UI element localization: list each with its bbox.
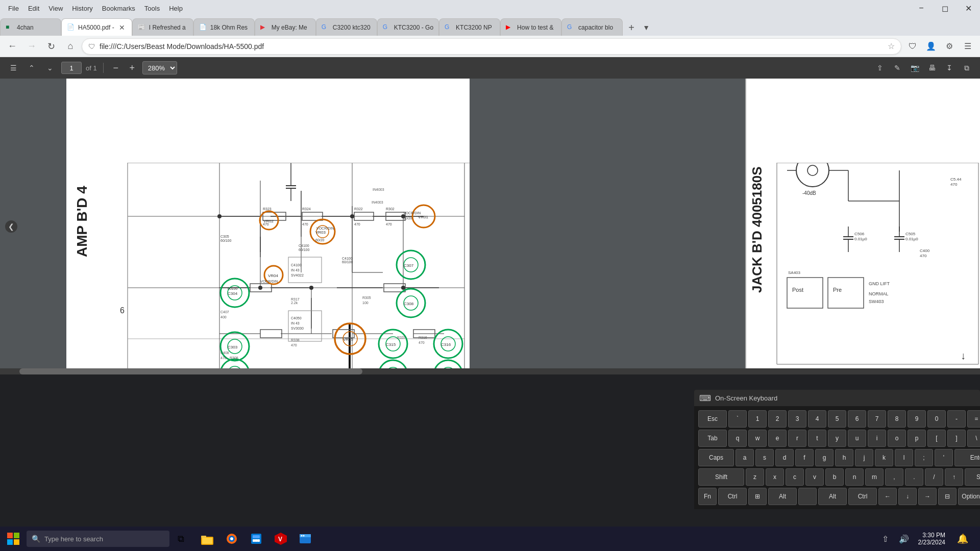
menu-edit[interactable]: Edit <box>24 3 43 14</box>
menu-view[interactable]: View <box>44 3 67 14</box>
key-options[interactable]: Options <box>958 488 980 505</box>
expand-button[interactable]: ⧉ <box>960 61 974 75</box>
zoom-select[interactable]: 280% 100% 150% 200% 280% <box>142 61 177 74</box>
taskbar-file-explorer[interactable] <box>196 528 218 550</box>
key-3[interactable]: 3 <box>788 410 806 428</box>
key-x[interactable]: x <box>766 468 784 486</box>
key-win[interactable]: ⊞ <box>748 488 767 505</box>
left-nav-arrow[interactable]: ❮ <box>5 220 17 233</box>
key-esc[interactable]: Esc <box>698 410 727 428</box>
task-view-button[interactable]: ⧉ <box>169 528 192 550</box>
tab-4chan[interactable]: ■ 4chan <box>0 18 61 36</box>
key-h[interactable]: h <box>835 449 853 466</box>
tab-ha5000-close[interactable]: ✕ <box>117 23 127 32</box>
key-t[interactable]: t <box>808 430 826 447</box>
page-down-button[interactable]: ⌄ <box>43 61 57 75</box>
key-r[interactable]: r <box>788 430 806 447</box>
home-button[interactable]: ⌂ <box>62 38 79 55</box>
print-button[interactable]: 🖶 <box>925 61 939 75</box>
scrollbar-thumb[interactable] <box>19 368 362 374</box>
extensions-button[interactable]: ⚙ <box>941 38 958 55</box>
key-0[interactable]: 0 <box>927 410 946 428</box>
key-j[interactable]: j <box>855 449 873 466</box>
key-right[interactable]: → <box>918 488 937 505</box>
key-caps[interactable]: Caps <box>698 449 734 466</box>
taskbar-firefox[interactable] <box>220 528 243 550</box>
page-up-button[interactable]: ⌃ <box>24 61 39 75</box>
key-f[interactable]: f <box>795 449 814 466</box>
reload-button[interactable]: ↻ <box>43 38 59 55</box>
key-v[interactable]: v <box>805 468 824 486</box>
tab-overflow-button[interactable]: ▼ <box>640 20 652 35</box>
key-w[interactable]: w <box>748 430 767 447</box>
key-left[interactable]: ← <box>878 488 897 505</box>
menu-history[interactable]: History <box>68 3 96 14</box>
page-number-input[interactable] <box>61 62 82 74</box>
key-7[interactable]: 7 <box>868 410 886 428</box>
key-space[interactable] <box>798 488 817 505</box>
zoom-in-button[interactable]: + <box>126 62 138 74</box>
key-slash[interactable]: / <box>925 468 943 486</box>
shield-plus-button[interactable]: 🛡 <box>904 38 921 55</box>
key-enter[interactable]: Enter <box>954 449 980 466</box>
tab-ktc3200-np[interactable]: G KTC3200 NP <box>439 18 500 36</box>
key-backslash[interactable]: \ <box>967 430 980 447</box>
system-clock[interactable]: 3:30 PM 2/23/2024 <box>914 530 949 548</box>
key-n[interactable]: n <box>845 468 864 486</box>
pen-tool-button[interactable]: ✎ <box>890 61 904 75</box>
key-rctrl[interactable]: Ctrl <box>848 488 877 505</box>
address-box[interactable]: 🛡 file:///C:/Users/Beast Mode/Downloads/… <box>82 38 901 55</box>
key-y[interactable]: y <box>828 430 846 447</box>
menu-help[interactable]: Help <box>165 3 187 14</box>
key-backtick[interactable]: ` <box>728 410 747 428</box>
key-rbracket[interactable]: ] <box>947 430 966 447</box>
forward-button[interactable]: → <box>23 38 40 55</box>
key-k[interactable]: k <box>875 449 893 466</box>
key-9[interactable]: 9 <box>908 410 926 428</box>
back-button[interactable]: ← <box>4 38 20 55</box>
key-i[interactable]: i <box>868 430 886 447</box>
key-rshift[interactable]: Shift <box>965 468 980 486</box>
key-s[interactable]: s <box>755 449 774 466</box>
key-lshift[interactable]: Shift <box>698 468 744 486</box>
key-c[interactable]: c <box>786 468 804 486</box>
key-comma[interactable]: , <box>885 468 903 486</box>
taskbar-browser2[interactable] <box>294 528 316 550</box>
key-l[interactable]: l <box>895 449 913 466</box>
key-o[interactable]: o <box>888 430 906 447</box>
tab-capacitor[interactable]: G capacitor blo <box>561 18 623 36</box>
speaker-icon[interactable]: 🔊 <box>896 528 912 550</box>
chevron-up-icon[interactable]: ⇧ <box>877 528 894 550</box>
key-equals[interactable]: = <box>967 410 980 428</box>
menu-button[interactable]: ☰ <box>960 38 976 55</box>
sidebar-toggle-button[interactable]: ☰ <box>6 61 20 75</box>
tab-refreshed[interactable]: 📰 I Refreshed a <box>132 18 193 36</box>
menu-file[interactable]: File <box>4 3 23 14</box>
tab-howto[interactable]: ▶ How to test & <box>500 18 561 36</box>
key-ralt[interactable]: Alt <box>818 488 847 505</box>
key-lbracket[interactable]: [ <box>927 430 946 447</box>
download-button[interactable]: ↧ <box>942 61 957 75</box>
key-apostrophe[interactable]: ' <box>935 449 953 466</box>
key-1[interactable]: 1 <box>748 410 767 428</box>
key-6[interactable]: 6 <box>848 410 866 428</box>
key-m[interactable]: m <box>865 468 884 486</box>
tab-c3200-ktc[interactable]: G C3200 ktc320 <box>316 18 377 36</box>
key-a[interactable]: a <box>736 449 754 466</box>
key-tab[interactable]: Tab <box>698 430 727 447</box>
cursor-tool-button[interactable]: ⇪ <box>873 61 887 75</box>
menu-bookmarks[interactable]: Bookmarks <box>98 3 139 14</box>
key-lalt[interactable]: Alt <box>768 488 797 505</box>
tab-18k[interactable]: 📄 18k Ohm Res <box>193 18 255 36</box>
key-b[interactable]: b <box>825 468 844 486</box>
notification-button[interactable]: 🔔 <box>951 528 974 550</box>
key-p[interactable]: p <box>908 430 926 447</box>
key-up[interactable]: ↑ <box>945 468 963 486</box>
key-q[interactable]: q <box>728 430 747 447</box>
account-button[interactable]: 👤 <box>923 38 939 55</box>
key-down[interactable]: ↓ <box>898 488 917 505</box>
taskbar-antivirus[interactable]: V <box>270 528 292 550</box>
minimize-button[interactable]: − <box>910 0 933 16</box>
tab-ktc3200-go[interactable]: G KTC3200 - Go <box>377 18 439 36</box>
key-2[interactable]: 2 <box>768 410 787 428</box>
